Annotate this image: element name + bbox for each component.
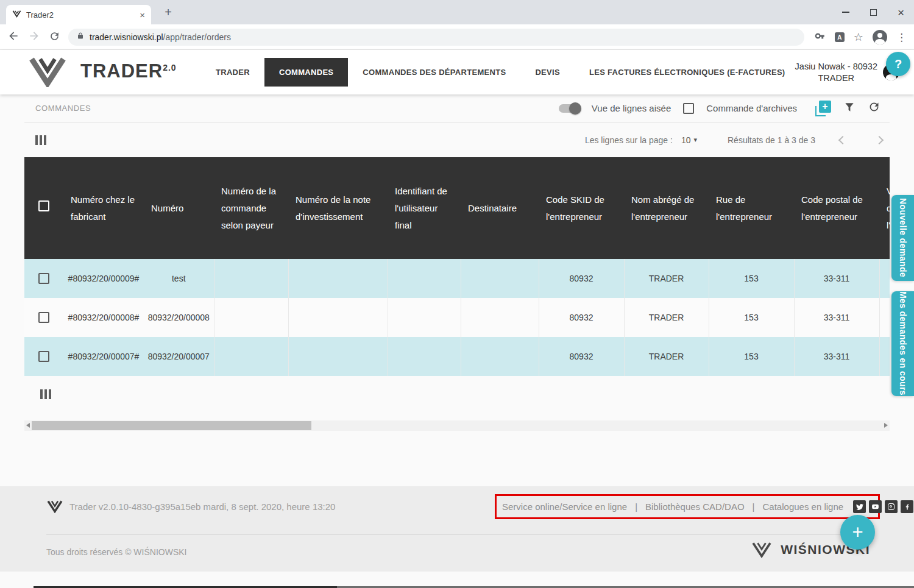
row-checkbox[interactable] xyxy=(38,351,49,362)
col-code-postal[interactable]: Code postal de l'entrepreneur xyxy=(794,157,879,259)
next-page-icon[interactable] xyxy=(875,135,884,144)
cell-nom-abrege: TRADER xyxy=(624,259,709,298)
archive-orders-checkbox[interactable] xyxy=(683,103,694,114)
cell-rue: 153 xyxy=(709,337,794,376)
cell-note-investissement xyxy=(288,298,388,337)
scroll-left-icon[interactable] xyxy=(26,423,30,428)
cell-code-skid: 80932 xyxy=(539,298,624,337)
horizontal-scrollbar[interactable] xyxy=(24,420,890,431)
scrollbar-thumb[interactable] xyxy=(32,421,311,430)
reload-icon[interactable] xyxy=(49,30,60,44)
link-service-online[interactable]: Service online/Service en ligne xyxy=(502,501,627,512)
user-name: Jasiu Nowak - 80932 xyxy=(795,61,877,73)
tab-title: Trader2 xyxy=(26,10,135,19)
row-checkbox[interactable] xyxy=(38,312,49,323)
footer-logo-icon xyxy=(46,500,63,513)
col-destinataire[interactable]: Destinataire xyxy=(461,157,539,259)
cell-identifiant xyxy=(388,337,461,376)
cell-nom-abrege: TRADER xyxy=(624,337,709,376)
cell-nom-abrege: TRADER xyxy=(624,298,709,337)
nav-commandes[interactable]: COMMANDES xyxy=(264,58,348,87)
cell-note-investissement xyxy=(288,337,388,376)
youtube-icon[interactable] xyxy=(869,500,882,513)
row-checkbox[interactable] xyxy=(38,273,49,284)
browser-profile-icon[interactable] xyxy=(873,30,887,44)
bookmark-star-icon[interactable]: ☆ xyxy=(854,30,863,44)
facebook-icon[interactable] xyxy=(901,500,913,513)
lock-icon xyxy=(77,32,84,43)
twitter-icon[interactable] xyxy=(853,500,866,513)
url-bar[interactable]: trader.wisniowski.pl/app/trader/orders xyxy=(68,29,804,46)
footer: Trader v2.0.10-4830-g395a15eb mardi, 8 s… xyxy=(0,486,914,572)
help-button[interactable]: ? xyxy=(886,52,910,76)
browser-addressbar: trader.wisniowski.pl/app/trader/orders A… xyxy=(0,24,914,50)
cell-commande-payeur xyxy=(214,259,288,298)
col-numero-fabricant[interactable]: Numéro chez le fabricant xyxy=(63,157,144,259)
link-online-catalogues[interactable]: Catalogues en ligne xyxy=(763,501,844,512)
app-logo[interactable]: TRADER2.0 xyxy=(24,55,177,87)
select-all-checkbox[interactable] xyxy=(38,200,49,211)
add-fab-button[interactable]: + xyxy=(840,515,875,550)
browser-menu-icon[interactable]: ⋮ xyxy=(896,31,907,44)
columns-settings-icon[interactable] xyxy=(35,135,46,145)
browser-tab[interactable]: Trader2 × xyxy=(6,5,151,24)
col-identifiant-utilisateur[interactable]: Identifiant de l'utilisateur final xyxy=(388,157,461,259)
app-header: TRADER2.0 TRADER COMMANDES COMMANDES DES… xyxy=(0,50,914,94)
table-row[interactable]: #80932/20/00009# test 80932 TRADER 153 3… xyxy=(24,259,890,298)
cell-numero-fabricant: #80932/20/00009# xyxy=(63,259,144,298)
cell-commande-payeur xyxy=(214,298,288,337)
table-header-row: Numéro chez le fabricant Numéro Numéro d… xyxy=(24,157,890,259)
new-tab-button[interactable]: + xyxy=(160,4,177,21)
orders-table: Numéro chez le fabricant Numéro Numéro d… xyxy=(24,157,890,376)
col-ville[interactable]: Ville de l'entrepreneur xyxy=(879,157,890,259)
easy-rows-toggle[interactable] xyxy=(559,104,579,113)
easy-rows-toggle-label: Vue de lignes aisée xyxy=(592,103,671,113)
col-code-skid[interactable]: Code SKID de l'entrepreneur xyxy=(539,157,624,259)
cell-numero: 80932/20/00008 xyxy=(144,298,214,337)
rows-per-page-label: Les lignes sur la page : xyxy=(585,135,673,145)
col-note-investissement[interactable]: Numéro de la note d'investissement xyxy=(288,157,388,259)
cell-code-postal: 33-311 xyxy=(794,298,879,337)
nav-efactures[interactable]: LES FACTURES ÉLECTRONIQUES (E-FACTURES) xyxy=(575,58,800,87)
new-request-tab[interactable]: Nouvelle demande xyxy=(891,195,914,281)
rows-per-page-select[interactable]: 10 ▾ xyxy=(681,135,697,145)
cell-identifiant xyxy=(388,298,461,337)
tab-close-icon[interactable]: × xyxy=(140,10,145,19)
cell-code-postal: 33-311 xyxy=(794,337,879,376)
archive-orders-label: Commande d'archives xyxy=(706,103,797,113)
col-nom-abrege[interactable]: Nom abrégé de l'entrepreneur xyxy=(624,157,709,259)
link-cad-libraries[interactable]: Bibliothèques CAD/DAO xyxy=(645,501,745,512)
results-label: Résultats de 1 à 3 de 3 xyxy=(728,135,815,145)
pagination-row: Les lignes sur la page : 10 ▾ Résultats … xyxy=(0,122,914,157)
library-add-icon[interactable]: + xyxy=(815,101,831,116)
back-icon[interactable] xyxy=(7,30,19,44)
table-row[interactable]: #80932/20/00007# 80932/20/00007 80932 TR… xyxy=(24,337,890,376)
refresh-icon[interactable] xyxy=(868,101,880,116)
user-info: Jasiu Nowak - 80932 TRADER xyxy=(795,50,877,94)
scroll-right-icon[interactable] xyxy=(884,423,888,428)
col-rue[interactable]: Rue de l'entrepreneur xyxy=(709,157,794,259)
password-key-icon[interactable] xyxy=(815,30,826,44)
dropdown-arrow-icon: ▾ xyxy=(693,136,697,144)
filter-icon[interactable] xyxy=(843,101,856,116)
translate-icon[interactable]: A xyxy=(835,32,845,42)
instagram-icon[interactable] xyxy=(885,500,898,513)
cell-ville xyxy=(879,259,890,298)
nav-trader[interactable]: TRADER xyxy=(201,58,264,87)
col-numero[interactable]: Numéro xyxy=(144,157,214,259)
nav-devis[interactable]: DEVIS xyxy=(520,58,575,87)
window-maximize-icon[interactable] xyxy=(870,9,877,16)
my-pending-requests-tab[interactable]: Mes demandes en cours xyxy=(891,291,914,396)
window-close-icon[interactable]: × xyxy=(898,7,904,18)
previous-page-icon[interactable] xyxy=(838,135,847,144)
table-row[interactable]: #80932/20/00008# 80932/20/00008 80932 TR… xyxy=(24,298,890,337)
nav-commandes-departements[interactable]: COMMANDES DES DÉPARTEMENTS xyxy=(348,58,520,87)
window-minimize-icon[interactable] xyxy=(842,12,849,13)
wisniowski-logo-icon xyxy=(24,55,71,87)
cell-destinataire xyxy=(461,259,539,298)
columns-settings-icon-bottom[interactable] xyxy=(40,389,51,399)
col-numero-commande-payeur[interactable]: Numéro de la commande selon payeur xyxy=(214,157,288,259)
cell-destinataire xyxy=(461,337,539,376)
cell-code-skid: 80932 xyxy=(539,337,624,376)
cell-commande-payeur xyxy=(214,337,288,376)
